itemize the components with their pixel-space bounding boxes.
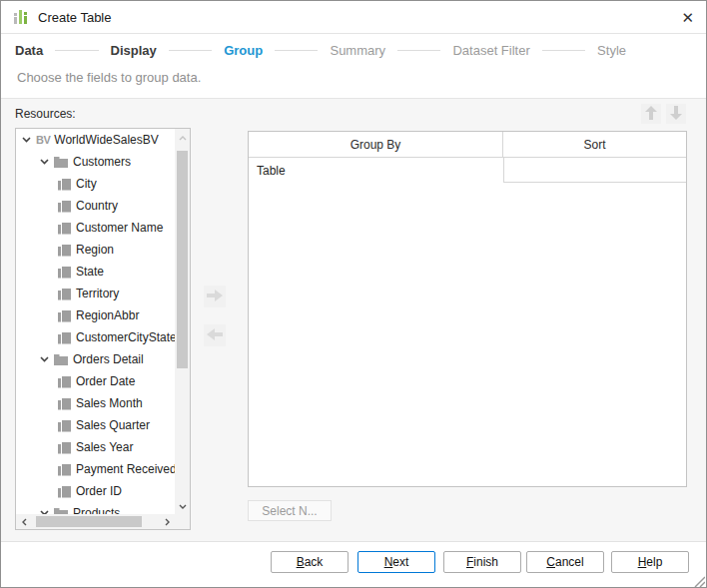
field-icon — [58, 463, 71, 476]
tree-item-sales-year[interactable]: Sales Year — [16, 436, 175, 458]
scroll-left-icon[interactable] — [17, 514, 31, 529]
tree-item-label: Orders Detail — [73, 352, 144, 366]
field-icon — [58, 397, 71, 410]
next-button[interactable]: Next — [357, 551, 435, 573]
step-separator — [169, 50, 212, 51]
tree-item-country[interactable]: Country — [16, 195, 175, 217]
move-down-button[interactable] — [666, 104, 686, 124]
step-style[interactable]: Style — [597, 43, 626, 58]
move-left-button[interactable] — [204, 324, 226, 346]
vertical-scroll-thumb[interactable] — [177, 151, 188, 368]
resources-tree: BVWorldWideSalesBVCustomersCityCountryCu… — [15, 128, 191, 530]
chevron-down-icon[interactable] — [40, 159, 51, 165]
title-bar: Create Table ✕ — [1, 1, 706, 33]
tree-item-city[interactable]: City — [16, 173, 175, 195]
resize-grip[interactable] — [692, 573, 705, 586]
tree-item-order-id[interactable]: Order ID — [16, 480, 175, 502]
folder-icon — [54, 354, 68, 365]
arrow-up-icon — [645, 106, 657, 123]
step-display[interactable]: Display — [111, 43, 157, 58]
tree-item-worldwidesalesbv[interactable]: BVWorldWideSalesBV — [16, 129, 175, 151]
tree-item-sales-quarter[interactable]: Sales Quarter — [16, 414, 175, 436]
select-n-button[interactable]: Select N... — [248, 500, 332, 521]
tree-item-payment-received[interactable]: Payment Received — [16, 458, 175, 480]
chevron-down-icon[interactable] — [22, 137, 33, 143]
tree-item-label: Country — [76, 199, 118, 213]
close-icon[interactable]: ✕ — [681, 10, 694, 25]
field-icon — [58, 309, 71, 322]
tree-item-label: Payment Received — [76, 462, 175, 476]
sort-cell[interactable] — [503, 158, 686, 183]
step-separator — [397, 50, 440, 51]
tree-item-territory[interactable]: Territory — [16, 283, 175, 304]
chevron-down-icon[interactable] — [40, 356, 51, 362]
table-row[interactable]: Table — [249, 158, 686, 183]
step-separator — [542, 50, 585, 51]
finish-button[interactable]: Finish — [443, 551, 521, 573]
field-icon — [58, 244, 71, 257]
scroll-up-icon[interactable] — [175, 131, 190, 145]
tree-item-order-date[interactable]: Order Date — [16, 370, 175, 392]
back-button[interactable]: Back — [271, 551, 349, 573]
window-title: Create Table — [38, 10, 111, 25]
tree-item-label: Products — [73, 506, 120, 514]
tree-item-label: Sales Year — [76, 440, 133, 454]
tree-item-customer-name[interactable]: Customer Name — [16, 217, 175, 239]
scroll-down-icon[interactable] — [175, 499, 190, 513]
tree-vertical-scrollbar[interactable] — [175, 129, 190, 514]
field-icon — [58, 485, 71, 498]
scroll-right-icon[interactable] — [160, 514, 174, 529]
tree-item-label: WorldWideSalesBV — [54, 133, 158, 147]
move-right-button[interactable] — [204, 286, 226, 307]
move-up-button[interactable] — [641, 104, 661, 124]
help-button[interactable]: Help — [611, 551, 689, 573]
resources-label: Resources: — [15, 107, 76, 121]
tree-item-label: State — [76, 265, 104, 279]
column-header-group-by: Group By — [249, 132, 503, 157]
tree-item-label: Sales Quarter — [76, 418, 150, 432]
field-icon — [58, 375, 71, 388]
step-dataset-filter[interactable]: Dataset Filter — [452, 43, 529, 58]
folder-icon — [54, 157, 68, 168]
step-group[interactable]: Group — [224, 43, 263, 58]
arrow-down-icon — [670, 106, 682, 123]
field-icon — [58, 419, 71, 432]
tree-horizontal-scrollbar[interactable] — [16, 514, 175, 529]
step-data[interactable]: Data — [15, 43, 43, 58]
tree-item-label: City — [76, 177, 97, 191]
business-view-icon: BV — [36, 134, 50, 146]
field-icon — [58, 178, 71, 191]
tree-item-label: Territory — [76, 287, 119, 300]
tree-item-label: Customers — [73, 155, 131, 169]
cancel-button[interactable]: Cancel — [526, 551, 604, 573]
step-separator — [55, 50, 98, 51]
wizard-steps: DataDisplayGroupSummaryDataset FilterSty… — [1, 39, 706, 61]
tree-item-customercitystatez[interactable]: CustomerCityStateZ — [16, 326, 175, 348]
field-icon — [58, 441, 71, 454]
tree-item-label: Order Date — [76, 374, 135, 388]
step-summary[interactable]: Summary — [330, 43, 385, 58]
field-icon — [58, 222, 71, 235]
tree-item-customers[interactable]: Customers — [16, 151, 175, 173]
wizard-subtitle: Choose the fields to group data. — [17, 70, 201, 85]
field-icon — [58, 331, 71, 344]
tree-item-regionabbr[interactable]: RegionAbbr — [16, 304, 175, 326]
tree-item-label: Sales Month — [76, 396, 143, 410]
tree-item-products[interactable]: Products — [16, 502, 175, 514]
scrollbar-corner — [175, 514, 190, 529]
title-divider — [1, 33, 706, 34]
horizontal-scroll-thumb[interactable] — [36, 516, 142, 527]
step-separator — [275, 50, 318, 51]
tree-item-sales-month[interactable]: Sales Month — [16, 392, 175, 414]
tree-item-label: CustomerCityStateZ — [76, 330, 175, 344]
tree-item-label: Order ID — [76, 484, 122, 498]
tree-item-orders-detail[interactable]: Orders Detail — [16, 348, 175, 370]
tree-viewport: BVWorldWideSalesBVCustomersCityCountryCu… — [16, 129, 175, 514]
field-icon — [58, 200, 71, 213]
create-table-icon — [13, 9, 29, 25]
arrow-right-icon — [207, 290, 223, 304]
tree-item-region[interactable]: Region — [16, 239, 175, 261]
tree-item-label: Region — [76, 243, 114, 257]
tree-item-state[interactable]: State — [16, 261, 175, 283]
group-by-cell[interactable]: Table — [249, 158, 503, 183]
